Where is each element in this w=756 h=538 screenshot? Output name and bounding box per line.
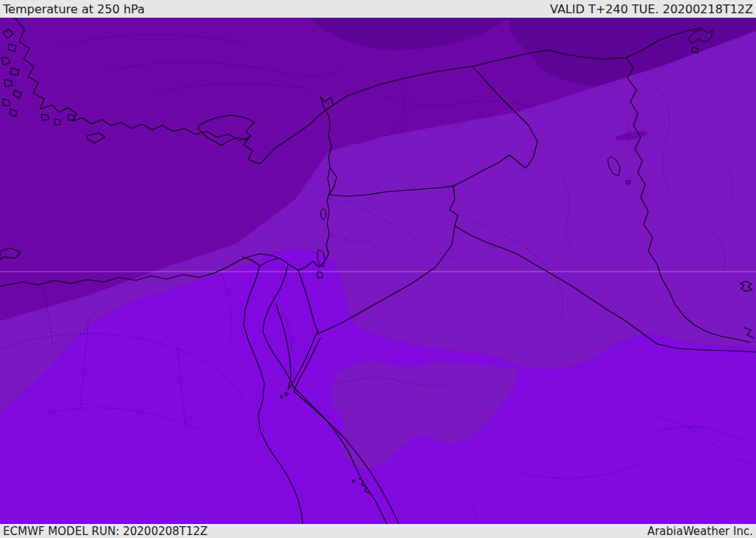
model-run-label: ECMWF MODEL RUN: 20200208T12Z xyxy=(3,525,207,538)
valid-time-label: VALID T+240 TUE. 20200218T12Z xyxy=(550,2,753,16)
temp-patch-small-2 xyxy=(650,189,669,199)
weather-map xyxy=(0,18,756,524)
title-bar: Temperature at 250 hPa VALID T+240 TUE. … xyxy=(0,0,756,18)
temp-patch-small-1 xyxy=(580,149,597,158)
status-bar: ECMWF MODEL RUN: 20200208T12Z ArabiaWeat… xyxy=(0,524,756,538)
map-title: Temperature at 250 hPa xyxy=(3,2,145,16)
attribution-label: ArabiaWeather Inc. xyxy=(647,525,753,538)
